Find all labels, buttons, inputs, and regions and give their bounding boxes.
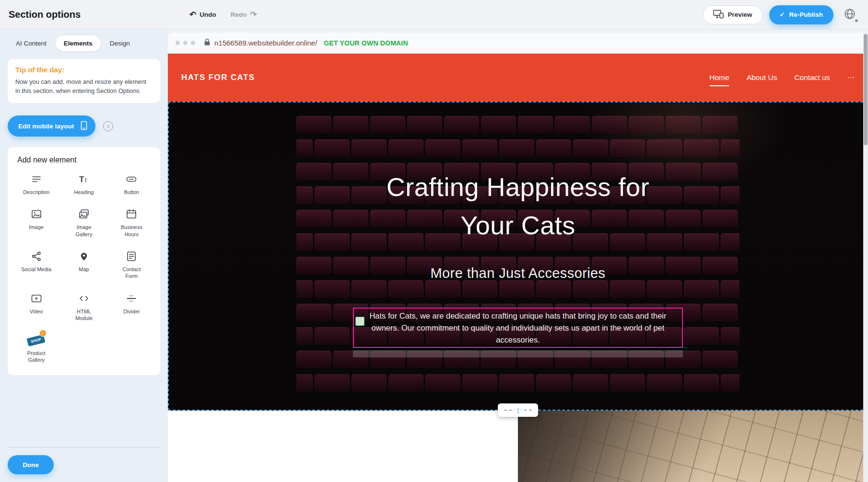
next-section (168, 411, 868, 482)
tip-of-the-day-card: Tip of the day: Now you can add, move an… (8, 59, 160, 103)
button-icon (125, 173, 138, 185)
map-pin-icon (78, 250, 90, 263)
element-product-gallery[interactable]: SHOP ↑ Product Gallery (15, 334, 58, 364)
notification-dot (855, 19, 858, 22)
lock-icon (204, 38, 211, 48)
site-header[interactable]: HATS FOR CATS Home About Us Contact us ⋯ (168, 54, 868, 102)
heading-icon: Tt (78, 173, 90, 185)
add-element-title: Add new element (17, 156, 154, 164)
element-contact-form[interactable]: Contact Form (110, 250, 152, 280)
nav-about-us[interactable]: About Us (747, 73, 777, 82)
nav-home[interactable]: Home (709, 73, 729, 82)
element-map[interactable]: Map (63, 250, 105, 280)
element-social-media[interactable]: Social Media (15, 250, 58, 280)
tip-title: Tip of the day: (15, 66, 152, 74)
language-globe-button[interactable] (840, 5, 859, 24)
republish-button[interactable]: ✓ Re-Publish (769, 5, 833, 24)
hero-section-selected[interactable]: Crafting Happiness for Your Cats More th… (168, 102, 868, 411)
svg-text:t: t (85, 176, 87, 184)
browser-chrome-bar: n1566589.websitebuilder.online/ GET YOUR… (168, 33, 868, 54)
devices-icon (713, 10, 724, 20)
element-html-module[interactable]: HTML Module (63, 292, 105, 322)
floor-tiles-photo (518, 411, 868, 482)
site-url: n1566589.websitebuilder.online/ (214, 39, 317, 47)
site-viewport: HATS FOR CATS Home About Us Contact us ⋯… (168, 54, 868, 482)
svg-text:T: T (79, 175, 84, 184)
undo-button[interactable]: ↶ Undo (189, 11, 216, 19)
tip-body: Now you can add, move and resize any ele… (15, 78, 152, 95)
preview-area: n1566589.websitebuilder.online/ GET YOUR… (168, 30, 868, 482)
undo-redo-group: ↶ Undo Redo ↷ (189, 11, 257, 19)
nav-more-icon[interactable]: ⋯ (847, 73, 855, 82)
description-icon (30, 173, 43, 185)
element-description[interactable]: Description (15, 173, 58, 195)
sidebar-divider (8, 447, 160, 448)
nav-contact-us[interactable]: Contact us (794, 73, 830, 82)
done-button[interactable]: Done (8, 455, 54, 474)
image-icon (30, 208, 43, 220)
element-image[interactable]: Image (15, 208, 58, 238)
resize-arrows-icon: ↕ (515, 406, 522, 414)
social-media-icon (30, 250, 43, 263)
sidebar-tabs: AI Content Elements Design (8, 35, 160, 51)
tab-design[interactable]: Design (102, 35, 138, 51)
tab-ai-content[interactable]: AI Content (8, 35, 55, 51)
get-your-own-domain-link[interactable]: GET YOUR OWN DOMAIN (324, 39, 408, 47)
image-gallery-icon (78, 208, 90, 220)
element-divider[interactable]: Divider (110, 292, 152, 322)
redo-icon: ↷ (250, 11, 257, 19)
edit-mobile-label: Edit mobile layout (18, 123, 74, 130)
hero-heading[interactable]: Crafting Happiness for Your Cats (169, 168, 867, 244)
section-options-sidebar: AI Content Elements Design Tip of the da… (0, 30, 168, 482)
element-image-gallery[interactable]: Image Gallery (63, 208, 105, 238)
code-brackets-icon (78, 292, 90, 305)
window-dots-icon (176, 41, 195, 45)
redo-label: Redo (231, 11, 247, 18)
element-drag-handle[interactable] (355, 317, 364, 326)
contact-form-icon (125, 250, 138, 263)
element-heading[interactable]: Tt Heading (63, 173, 105, 195)
topbar-actions: Preview ✓ Re-Publish (703, 5, 859, 24)
check-icon: ✓ (780, 11, 785, 18)
info-icon[interactable]: i (103, 121, 113, 131)
site-nav: Home About Us Contact us ⋯ (709, 73, 855, 82)
site-logo[interactable]: HATS FOR CATS (181, 73, 255, 82)
hero-text-block: Crafting Happiness for Your Cats More th… (169, 103, 867, 410)
republish-label: Re-Publish (789, 11, 823, 18)
selected-paragraph-element[interactable]: Hats for Cats, we are dedicated to craft… (353, 308, 683, 348)
scrollbar-thumb[interactable] (864, 34, 868, 145)
add-new-element-panel: Add new element Description Tt Heading (8, 147, 160, 375)
divider-icon (125, 292, 138, 305)
placeholder-bar (353, 350, 683, 357)
globe-icon (844, 8, 856, 22)
upgrade-badge-icon: ↑ (39, 330, 47, 337)
phone-icon (80, 121, 88, 132)
hero-paragraph[interactable]: Hats for Cats, we are dedicated to craft… (354, 310, 682, 346)
editor-topbar: Section options ↶ Undo Redo ↷ Preview ✓ … (0, 0, 868, 30)
redo-button[interactable]: Redo ↷ (231, 11, 257, 19)
next-section-blank (168, 411, 518, 482)
preview-scrollbar (863, 33, 868, 482)
sidebar-spacer (0, 383, 168, 447)
preview-label: Preview (728, 11, 752, 18)
element-button[interactable]: Button (110, 173, 152, 195)
undo-label: Undo (199, 11, 216, 18)
section-resize-handle[interactable]: ↕ (498, 403, 538, 417)
hero-subheading[interactable]: More than Just Accessories (169, 265, 867, 281)
video-icon (30, 292, 43, 305)
preview-button[interactable]: Preview (703, 5, 762, 24)
page-title: Section options (9, 9, 81, 20)
element-grid: Description Tt Heading Button (13, 173, 154, 364)
business-hours-icon (125, 208, 138, 220)
edit-mobile-layout-button[interactable]: Edit mobile layout (8, 115, 95, 137)
undo-icon: ↶ (189, 11, 196, 19)
element-business-hours[interactable]: Business Hours (110, 208, 152, 238)
element-video[interactable]: Video (15, 292, 58, 322)
product-gallery-icon: SHOP ↑ (27, 334, 45, 346)
tab-elements[interactable]: Elements (56, 35, 101, 51)
edit-mobile-row: Edit mobile layout i (8, 115, 160, 137)
